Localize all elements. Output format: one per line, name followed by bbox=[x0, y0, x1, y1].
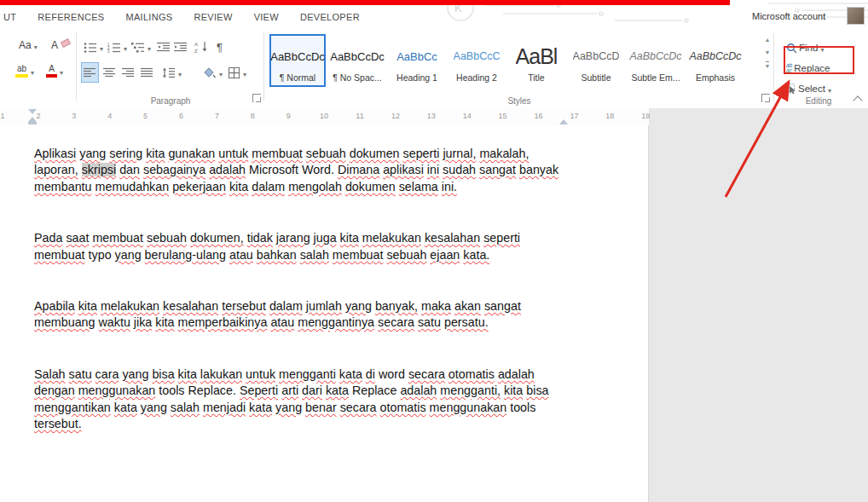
align-left-button[interactable] bbox=[82, 63, 98, 82]
increase-indent-button[interactable] bbox=[172, 38, 189, 56]
ribbon-tab-developer[interactable]: DEVELOPER bbox=[300, 12, 360, 22]
multilevel-list-icon bbox=[131, 42, 145, 53]
borders-button[interactable] bbox=[227, 63, 248, 82]
decrease-indent-button[interactable] bbox=[155, 38, 172, 56]
multilevel-list-button[interactable] bbox=[130, 38, 153, 56]
style-sample: AaBbCcC bbox=[454, 42, 501, 71]
word: arti bbox=[281, 384, 298, 397]
chevron-down-icon bbox=[147, 39, 151, 55]
ruler-number: 3 bbox=[72, 112, 76, 120]
word: sudah bbox=[443, 163, 476, 176]
word: banyak bbox=[519, 163, 558, 176]
word: maka bbox=[421, 299, 451, 313]
ruler-number: 16 bbox=[534, 112, 542, 120]
shading-button[interactable] bbox=[201, 63, 224, 82]
word: cara bbox=[95, 367, 119, 381]
chevron-down-icon bbox=[30, 63, 34, 78]
gallery-scroll-down-button[interactable] bbox=[766, 49, 769, 56]
word: menggunakan bbox=[78, 384, 156, 397]
word: kesalahan bbox=[163, 299, 218, 313]
word: berulang-ulang bbox=[145, 248, 226, 262]
word: otomatis bbox=[380, 401, 426, 414]
ribbon-tab-ut[interactable]: UT bbox=[3, 12, 16, 22]
numbering-icon: 123 bbox=[107, 42, 121, 53]
word: satu bbox=[69, 367, 92, 381]
word: makalah, bbox=[479, 147, 529, 160]
word: selama bbox=[399, 180, 438, 193]
style-label: Subtitle bbox=[581, 72, 610, 83]
word: kita bbox=[178, 367, 197, 381]
align-center-button[interactable] bbox=[101, 63, 118, 82]
word: aplikasi bbox=[383, 163, 424, 176]
styles-dialog-launcher[interactable] bbox=[761, 94, 770, 102]
word: sebuah bbox=[386, 248, 426, 262]
paragraph-dialog-launcher[interactable] bbox=[252, 94, 261, 102]
horizontal-ruler[interactable]: 12345678910111213141516171819 bbox=[0, 108, 649, 126]
align-right-button[interactable] bbox=[120, 63, 136, 82]
style-item-heading-2[interactable]: AaBbCcCHeading 2 bbox=[448, 34, 505, 87]
word: gunakan bbox=[168, 147, 215, 160]
word: typo bbox=[89, 248, 112, 262]
increase-indent-icon bbox=[174, 42, 188, 53]
ribbon-tab-view[interactable]: VIEW bbox=[254, 12, 279, 22]
text-highlight-color-button[interactable]: ab bbox=[14, 61, 36, 80]
word: memudahkan bbox=[95, 180, 170, 193]
word: dengan bbox=[34, 384, 75, 397]
style-item-subtle-em[interactable]: AaBbCcDcSubtle Em... bbox=[628, 34, 684, 87]
line-spacing-icon bbox=[162, 67, 176, 78]
account-avatar[interactable] bbox=[847, 7, 865, 25]
chevron-down-icon bbox=[33, 38, 38, 53]
style-item-subtitle[interactable]: AaBbCcDSubtitle bbox=[568, 34, 624, 87]
select-button[interactable]: Select bbox=[784, 79, 833, 98]
font-color-button[interactable]: A bbox=[44, 61, 65, 80]
ribbon-tab-references[interactable]: REFERENCES bbox=[38, 12, 104, 22]
bullets-button[interactable] bbox=[82, 38, 105, 56]
ribbon-tab-review[interactable]: REVIEW bbox=[194, 12, 232, 22]
word: otomatis bbox=[448, 367, 495, 381]
word: kita bbox=[504, 384, 523, 397]
document-text[interactable]: Aplikasi yang sering kita gunakan untuk … bbox=[0, 125, 648, 432]
word: Aplikasi bbox=[34, 147, 76, 160]
bullets-icon bbox=[84, 42, 97, 53]
pilcrow-icon: ¶ bbox=[217, 41, 223, 54]
word: pekerjaan bbox=[172, 180, 226, 193]
clear-formatting-button[interactable]: A bbox=[49, 36, 72, 55]
align-right-icon bbox=[122, 67, 135, 78]
line-spacing-button[interactable] bbox=[160, 63, 183, 82]
ruler-number: 7 bbox=[215, 112, 219, 120]
ruler-number: 10 bbox=[320, 112, 328, 120]
clipped-font-button-2[interactable]: x bbox=[0, 61, 9, 80]
show-paragraph-marks-button[interactable]: ¶ bbox=[215, 38, 224, 56]
eraser-icon bbox=[61, 38, 71, 48]
change-case-button[interactable]: Aa bbox=[17, 36, 39, 55]
word: adalah bbox=[209, 163, 246, 176]
sort-button[interactable]: AZ bbox=[193, 38, 211, 56]
document-page[interactable]: Aplikasi yang sering kita gunakan untuk … bbox=[0, 125, 649, 502]
sort-icon: AZ bbox=[194, 41, 210, 53]
ribbon-tab-mailings[interactable]: MAILINGS bbox=[125, 12, 172, 22]
account-label[interactable]: Microsoft account bbox=[752, 11, 825, 21]
paragraph-group-label: Paragraph bbox=[78, 96, 263, 106]
paragraph: Apabila kita melakukan kesalahan tersebu… bbox=[34, 298, 565, 332]
gallery-scroll-up-button[interactable] bbox=[766, 36, 769, 43]
word: satu bbox=[418, 315, 441, 329]
style-item-heading-1[interactable]: AaBbCcHeading 1 bbox=[389, 34, 445, 87]
group-divider bbox=[263, 32, 264, 101]
ruler-number: 13 bbox=[427, 112, 436, 120]
word: ejaan bbox=[430, 248, 460, 262]
word: bahkan bbox=[257, 248, 297, 262]
clipped-font-button[interactable]: A bbox=[0, 36, 9, 55]
word: membuat bbox=[34, 248, 85, 262]
style-item-normal[interactable]: AaBbCcDc¶ Normal bbox=[269, 34, 326, 87]
style-item-no-spac[interactable]: AaBbCcDc¶ No Spac... bbox=[329, 34, 385, 87]
word: kata bbox=[249, 401, 272, 414]
style-label: Title bbox=[528, 72, 544, 83]
word: melakukan bbox=[362, 231, 421, 245]
justify-button[interactable] bbox=[139, 63, 155, 82]
numbering-button[interactable]: 123 bbox=[106, 38, 129, 56]
style-item-emphasis[interactable]: AaBbCcDcEmphasis bbox=[687, 34, 744, 87]
ruler-number: 1 bbox=[0, 112, 4, 120]
right-indent-marker[interactable] bbox=[559, 119, 568, 124]
style-item-title[interactable]: AaBlTitle bbox=[508, 34, 564, 87]
gallery-more-button[interactable] bbox=[766, 61, 769, 70]
